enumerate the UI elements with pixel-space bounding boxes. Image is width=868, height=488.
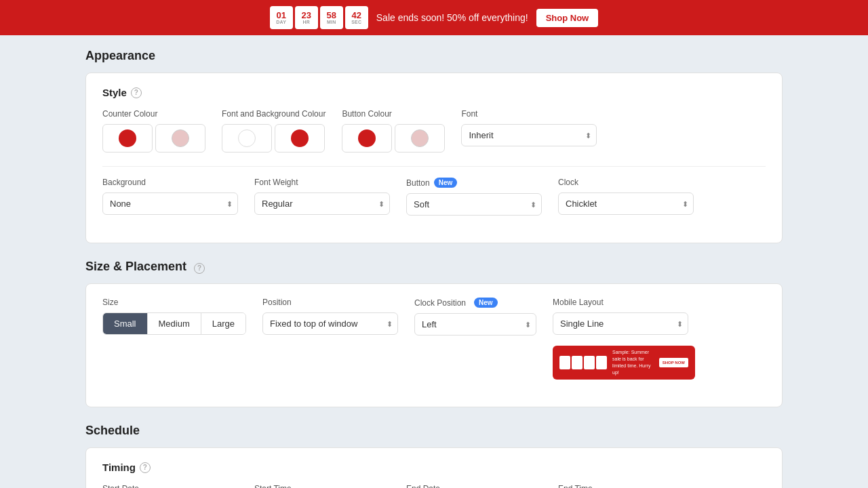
- font-select[interactable]: Inherit Arial Georgia Verdana: [461, 124, 597, 146]
- font-bg-colour-swatch1[interactable]: [222, 124, 272, 152]
- end-time-group: End Time: [558, 484, 694, 488]
- timing-help-icon[interactable]: ?: [140, 462, 151, 473]
- end-date-label: End Date: [406, 484, 542, 488]
- size-label: Size: [102, 298, 246, 307]
- button-colour-pickers: [342, 124, 445, 152]
- counter-colour-swatch1[interactable]: [102, 124, 153, 152]
- counter-colour-circle1: [119, 129, 136, 147]
- start-time-group: Start Time: [254, 484, 390, 488]
- style-section-title: Style ?: [102, 87, 766, 98]
- preview-box3: [584, 356, 595, 369]
- position-label: Position: [262, 298, 398, 307]
- end-date-group: End Date: [406, 484, 542, 488]
- preview-shop-btn: SHOP NOW: [659, 358, 688, 367]
- clock-style-label: Clock: [558, 178, 694, 187]
- clock-position-badge: New: [474, 298, 498, 308]
- font-select-wrapper: Inherit Arial Georgia Verdana: [461, 124, 597, 146]
- appearance-title: Appearance: [85, 49, 783, 63]
- start-time-label: Start Time: [254, 484, 390, 488]
- mobile-layout-label: Mobile Layout: [553, 298, 695, 307]
- counter-colour-circle2: [172, 129, 189, 147]
- font-label: Font: [461, 109, 597, 119]
- font-bg-colour-label: Font and Background Colour: [222, 109, 326, 119]
- button-colour-swatch1[interactable]: [342, 124, 392, 152]
- background-label: Background: [102, 178, 238, 187]
- counter-colour-swatch2[interactable]: [155, 124, 205, 152]
- font-weight-group: Font Weight Regular Bold Light: [254, 178, 390, 215]
- preview-box1: [559, 356, 570, 369]
- banner: 01 DAY 23 HR 58 MIN 42 SEC Sale ends soo…: [0, 0, 868, 35]
- counter-colour-group: Counter Colour: [102, 109, 205, 152]
- start-date-group: Start Date: [102, 484, 238, 488]
- banner-sale-text: Sale ends soon! 50% off everything!: [376, 12, 528, 23]
- layout-preview: Sample: Summer sale is back for limited …: [553, 346, 695, 380]
- counter-colour-pickers: [102, 124, 205, 152]
- font-bg-colour-group: Font and Background Colour: [222, 109, 326, 152]
- font-weight-label: Font Weight: [254, 178, 390, 187]
- button-colour-circle1: [358, 129, 376, 147]
- clock-position-group: Clock Position New Left Right Center: [414, 298, 536, 336]
- countdown-min: 58 MIN: [320, 6, 343, 29]
- schedule-card: Timing ? Start Date Start Time End Date …: [85, 447, 783, 488]
- clock-position-label: Clock Position: [414, 298, 466, 308]
- button-style-group: Button New Soft Sharp Pill: [406, 178, 542, 216]
- preview-box2: [572, 356, 583, 369]
- preview-box4: [596, 356, 607, 369]
- end-time-label: End Time: [558, 484, 694, 488]
- font-group: Font Inherit Arial Georgia Verdana: [461, 109, 597, 146]
- counter-colour-label: Counter Colour: [102, 109, 205, 119]
- font-weight-select-wrapper: Regular Bold Light: [254, 192, 390, 215]
- font-bg-colour-pickers: [222, 124, 326, 152]
- schedule-title: Schedule: [85, 424, 783, 438]
- clock-style-select-wrapper: Chicklet Flip Classic: [558, 192, 694, 215]
- size-placement-help-icon[interactable]: ?: [194, 263, 205, 274]
- countdown-sec: 42 SEC: [345, 6, 368, 29]
- style-colors-row: Counter Colour Font and Background Colou…: [102, 109, 766, 152]
- size-placement-title: Size & Placement ?: [85, 260, 783, 274]
- style-divider: [102, 166, 766, 167]
- clock-position-select-wrapper: Left Right Center: [414, 313, 536, 336]
- position-group: Position Fixed to top of window Fixed to…: [262, 298, 398, 335]
- countdown-hr: 23 HR: [295, 6, 318, 29]
- button-colour-swatch2[interactable]: [395, 124, 445, 152]
- style-help-icon[interactable]: ?: [131, 87, 142, 98]
- button-style-select[interactable]: Soft Sharp Pill: [406, 193, 542, 216]
- preview-text: Sample: Summer sale is back for limited …: [612, 349, 654, 375]
- timing-row: Start Date Start Time End Date End Time: [102, 484, 766, 488]
- start-date-label: Start Date: [102, 484, 238, 488]
- banner-shop-button[interactable]: Shop Now: [536, 9, 599, 27]
- font-bg-colour-circle1: [238, 129, 256, 147]
- position-select[interactable]: Fixed to top of window Fixed to bottom o…: [262, 312, 398, 335]
- preview-boxes: [559, 356, 607, 369]
- size-large-button[interactable]: Large: [201, 313, 245, 334]
- button-colour-group: Button Colour: [342, 109, 445, 152]
- background-select-wrapper: None Solid Gradient: [102, 192, 238, 215]
- countdown-day: 01 DAY: [270, 6, 293, 29]
- mobile-layout-group: Mobile Layout Single Line Stacked: [553, 298, 695, 380]
- position-select-wrapper: Fixed to top of window Fixed to bottom o…: [262, 312, 398, 335]
- clock-style-group: Clock Chicklet Flip Classic: [558, 178, 694, 215]
- size-small-button[interactable]: Small: [103, 313, 148, 334]
- style-row2: Background None Solid Gradient Font Weig…: [102, 178, 766, 216]
- size-group: Size Small Medium Large: [102, 298, 246, 335]
- button-style-label: Button: [406, 178, 430, 188]
- size-placement-row: Size Small Medium Large Position Fixed t…: [102, 298, 766, 380]
- button-colour-label: Button Colour: [342, 109, 445, 119]
- main-content: Appearance Style ? Counter Colour: [75, 35, 793, 488]
- button-colour-circle2: [411, 129, 429, 147]
- font-bg-colour-swatch2[interactable]: [275, 124, 325, 152]
- font-weight-select[interactable]: Regular Bold Light: [254, 192, 390, 215]
- background-group: Background None Solid Gradient: [102, 178, 238, 215]
- background-select[interactable]: None Solid Gradient: [102, 192, 238, 215]
- mobile-layout-select-wrapper: Single Line Stacked: [553, 312, 688, 335]
- mobile-layout-select[interactable]: Single Line Stacked: [553, 312, 688, 335]
- font-bg-colour-circle2: [291, 129, 309, 147]
- clock-style-select[interactable]: Chicklet Flip Classic: [558, 192, 694, 215]
- appearance-card: Style ? Counter Colour Font and Backg: [85, 73, 783, 243]
- size-medium-button[interactable]: Medium: [148, 313, 201, 334]
- countdown-boxes: 01 DAY 23 HR 58 MIN 42 SEC: [270, 6, 368, 29]
- size-placement-card: Size Small Medium Large Position Fixed t…: [85, 283, 783, 407]
- clock-position-select[interactable]: Left Right Center: [414, 313, 536, 336]
- timing-title: Timing ?: [102, 462, 766, 473]
- size-buttons: Small Medium Large: [102, 312, 246, 335]
